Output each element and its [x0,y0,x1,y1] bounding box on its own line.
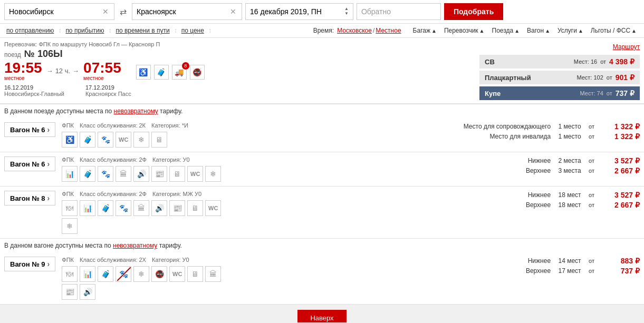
from-field[interactable]: ✕ [4,3,114,20]
paw3-svc-icon: 🐾 [116,200,131,216]
wagon-section-2: Вагон № 6 › ФПК Класс обслуживания: 2Ф К… [0,152,644,187]
wagon1-button[interactable]: Вагон № 6 › [4,122,55,137]
return-placeholder: Обратно [361,7,391,16]
wagon4-service-icons-row2: 📰 🔊 [62,284,486,300]
screen2-svc-icon: 🖥 [169,166,185,182]
notice1-link[interactable]: невозвратному [114,107,158,115]
snow4-svc-icon: ❄ [133,266,149,282]
wagon2-service-icons: 📊 🧳 🐾 🏛 🔊 📰 🖥 WC ❄ [62,166,486,182]
wagon3-price-row-1: Нижнее 18 мест от 3 527 ₽ [492,191,640,199]
wc2-svc-icon: WC [187,166,203,182]
speaker3-svc-icon: 🔊 [80,284,95,300]
tariff-sv[interactable]: СВ Мест: 16 от 4 398 ₽ [479,55,640,68]
sort-by-departure[interactable]: по отправлению [4,26,56,35]
wagon3-chevron-icon: › [47,194,50,202]
wagon4-info: ФПК Класс обслуживания: 2Х Категория: У0… [62,257,486,300]
arrow-right-icon: → [46,67,53,75]
wagon4-price-row-1: Нижнее 14 мест от 883 ₽ [492,257,640,265]
icon-badge: 8 [182,62,189,70]
arrow-right2-icon: → [72,67,79,75]
snow3-svc-icon: ❄ [62,218,78,234]
snow2-svc-icon: ❄ [205,166,221,182]
time-moscow[interactable]: Московское [337,27,372,34]
wc-svc-icon: WC [116,132,131,148]
tariff-panel: Маршрут СВ Мест: 16 от 4 398 ₽ Плацкартн… [475,38,644,103]
wagon1-price-row-2: Место для инвалида 1 место от 1 322 ₽ [464,132,640,141]
sort-by-price[interactable]: по цене [179,26,206,35]
wagon1-meta: ФПК Класс обслуживания: 2К Категория: *И [62,122,457,129]
notice2: В данном вагоне доступны места по невозв… [0,239,644,252]
wagon2-button[interactable]: Вагон № 6 › [4,156,55,171]
wheelchair-icon: ♿ [136,65,151,80]
duration-block: → 12 ч. → [46,67,79,75]
food-svc-icon: 🍽 [62,200,78,216]
wagon2-price-row-1: Нижнее 2 места от 3 527 ₽ [492,156,640,165]
main-content: Перевозчик: ФПК по маршруту Новосиб Гл —… [0,38,644,322]
arrive-local: местное [83,75,121,81]
building3-svc-icon: 🏛 [205,266,221,282]
wagon3-service-icons-row2: ❄ [62,218,486,234]
sort-bar: по отправлению ↕ по прибытию ↕ по времен… [0,24,644,38]
wagon2-pricing: Нижнее 2 места от 3 527 ₽ Верхнее 3 мест… [492,156,640,175]
search-button[interactable]: Подобрать [444,3,503,20]
food2-svc-icon: 🍽 [62,266,78,282]
filter-wagon[interactable]: Вагон▲ [524,26,553,35]
chart-svc-icon: 📊 [62,166,78,182]
date-arrows[interactable]: ▲ ▼ [344,7,349,16]
wagon3-meta: ФПК Класс обслуживания: 2Ф Категория: МЖ… [62,191,486,197]
no-paw-svc-icon: 🐾 [116,266,131,282]
wagon2-meta: ФПК Класс обслуживания: 2Ф Категория: У0 [62,156,486,163]
date-input[interactable] [250,7,342,16]
from-clear-button[interactable]: ✕ [101,7,110,16]
depart-time: 19:55 [4,61,42,75]
wagon2-chevron-icon: › [47,160,50,168]
back-to-top-button[interactable]: Наверх [297,310,346,322]
to-input[interactable] [137,7,229,16]
tariff-platz[interactable]: Плацкартный Мест: 102 от 901 ₽ [479,71,640,84]
no-smoke2-svc-icon: 🚭 [151,266,167,282]
filter-train[interactable]: Поезда▲ [489,26,523,35]
filter-baggage[interactable]: Багаж▲ [410,26,440,35]
wagon-row-3: Вагон № 8 › ФПК Класс обслуживания: 2Ф К… [4,191,640,234]
return-field[interactable]: Обратно [357,3,441,20]
duration-text: 12 ч. [55,67,70,75]
route-link[interactable]: Маршрут [613,41,640,51]
building2-svc-icon: 🏛 [133,200,149,216]
tariff-kupe[interactable]: Купе Мест: 74 от 737 ₽ [479,86,640,100]
to-clear-button[interactable]: ✕ [229,7,237,16]
back-to-top-area: Наверх [0,305,644,322]
luggage3-svc-icon: 🧳 [98,200,113,216]
wagon3-price-row-2: Верхнее 18 мест от 2 667 ₽ [492,201,640,209]
from-input[interactable] [9,7,101,16]
luggage-svc-icon: 🧳 [80,132,95,148]
speaker2-svc-icon: 🔊 [151,200,167,216]
sort-by-travel-time[interactable]: по времени в пути [113,26,171,35]
newspaper2-svc-icon: 📰 [169,200,185,216]
notice2-link[interactable]: невозвратному [113,242,157,249]
wagon-section-1: Вагон № 6 › ФПК Класс обслуживания: 2К К… [0,118,644,152]
date-field[interactable]: ▲ ▼ [245,3,353,20]
wc3-svc-icon: WC [205,200,221,216]
wagon-row-2: Вагон № 6 › ФПК Класс обслуживания: 2Ф К… [4,156,640,182]
filter-benefits[interactable]: Льготы / ФСС▲ [588,26,640,35]
truck-icon: 🚚 8 [172,65,187,80]
wc4-svc-icon: WC [169,266,185,282]
filter-services[interactable]: Услуги▲ [554,26,587,35]
wagon4-service-icons-row1: 🍽 📊 🧳 🐾 ❄ 🚭 WC 🖥 🏛 [62,266,486,282]
filter-carrier[interactable]: Перевозчик▲ [441,26,488,35]
wagon4-button[interactable]: Вагон № 9 › [4,257,55,271]
speaker-svc-icon: 🔊 [133,166,149,182]
wagon3-button[interactable]: Вагон № 8 › [4,191,55,205]
newspaper-svc-icon: 📰 [151,166,167,182]
wagon3-info: ФПК Класс обслуживания: 2Ф Категория: МЖ… [62,191,486,234]
wagon2-price-row-2: Верхнее 3 места от 2 667 ₽ [492,167,640,175]
arrive-station: Красноярск Пасс [85,91,131,97]
paw2-svc-icon: 🐾 [98,166,113,182]
time-label: Время: [313,27,334,34]
snow-svc-icon: ❄ [133,132,149,148]
to-field[interactable]: ✕ [132,3,242,20]
sort-by-arrival[interactable]: по прибытию [63,26,106,35]
swap-button[interactable]: ⇄ [118,7,129,17]
chart3-svc-icon: 📊 [80,266,95,282]
time-local[interactable]: Местное [376,27,401,34]
